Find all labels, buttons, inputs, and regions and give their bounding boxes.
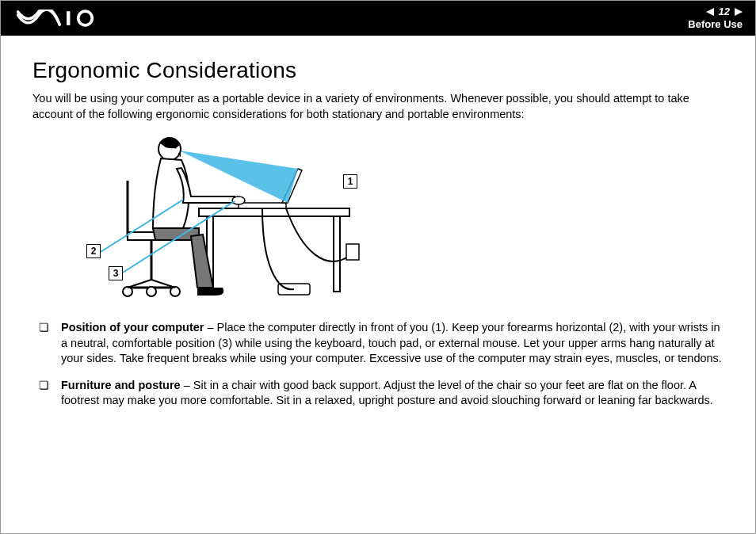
svg-rect-0 [67,11,70,25]
section-label: Before Use [688,18,743,31]
callout-1: 1 [343,174,357,189]
svg-point-14 [147,287,156,296]
svg-point-19 [174,147,177,149]
manual-page: 12 Before Use Ergonomic Considerations Y… [0,0,756,534]
bullet-list: Position of your computer – Place the co… [32,320,724,409]
svg-point-1 [78,11,93,25]
vaio-logo-svg [17,10,109,27]
svg-rect-4 [334,216,340,292]
header-bar: 12 Before Use [1,1,755,36]
page-content: Ergonomic Considerations You will be usi… [1,36,755,436]
ergonomics-illustration: 1 2 3 [80,133,365,307]
list-item: Position of your computer – Place the co… [39,320,724,367]
svg-rect-9 [346,244,359,260]
callout-3: 3 [109,266,123,280]
svg-rect-5 [239,203,286,208]
page-nav-row: 12 [688,6,743,18]
bullet-lead: Position of your computer [61,321,204,334]
list-item: Furniture and posture – Sit in a chair w… [39,378,724,409]
next-page-arrow-icon[interactable] [735,8,743,16]
callout-2: 2 [86,244,101,258]
page-number: 12 [719,6,730,18]
svg-point-13 [123,287,132,296]
vaio-logo [17,10,109,27]
intro-paragraph: You will be using your computer as a por… [32,91,724,122]
illustration-wrap: 1 2 3 [32,133,724,307]
bullet-lead: Furniture and posture [61,379,181,391]
prev-page-arrow-icon[interactable] [706,8,714,16]
header-right: 12 Before Use [688,6,743,30]
page-title: Ergonomic Considerations [32,58,724,83]
svg-point-20 [232,196,245,204]
svg-marker-7 [179,151,298,203]
svg-point-15 [170,287,180,296]
